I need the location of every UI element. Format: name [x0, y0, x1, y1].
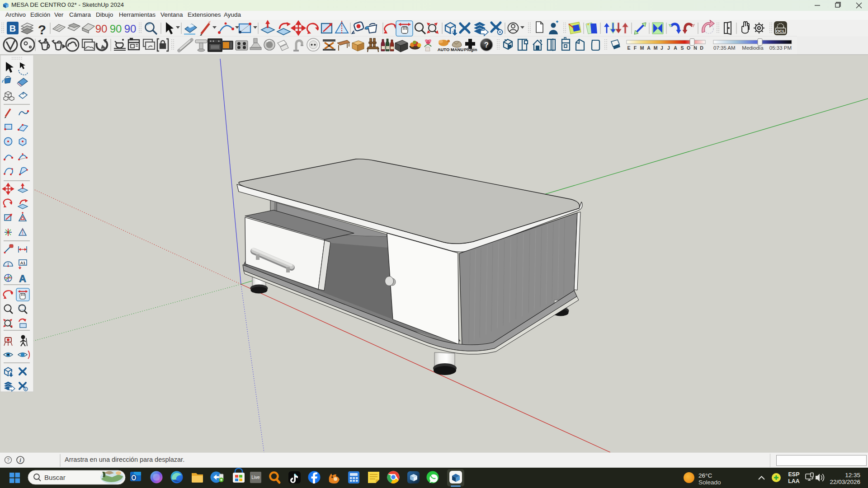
- svg-text:26°C: 26°C: [698, 472, 712, 479]
- svg-text:Soleado: Soleado: [698, 479, 721, 486]
- svg-text:05:33 PM: 05:33 PM: [769, 45, 792, 51]
- svg-text:OCL: OCL: [776, 28, 785, 33]
- svg-text:Live: Live: [251, 475, 260, 480]
- svg-text:A1: A1: [20, 261, 26, 265]
- svg-text:MANU: MANU: [451, 47, 464, 52]
- svg-text:Mediodía: Mediodía: [742, 45, 764, 51]
- svg-text:22/03/2026: 22/03/2026: [830, 479, 860, 485]
- svg-text:90: 90: [124, 23, 137, 35]
- svg-text:?: ?: [7, 458, 9, 463]
- svg-text:A: A: [647, 45, 651, 51]
- svg-text:M: M: [640, 45, 644, 51]
- svg-text:F: F: [634, 45, 637, 51]
- svg-text:A: A: [674, 45, 677, 51]
- svg-text:?: ?: [484, 41, 489, 49]
- svg-text:90: 90: [95, 23, 108, 35]
- svg-text:S: S: [680, 45, 684, 51]
- svg-text:Plugin: Plugin: [464, 47, 477, 52]
- svg-text:i: i: [19, 457, 21, 464]
- svg-text:LAA: LAA: [788, 478, 800, 484]
- svg-text:?: ?: [38, 22, 46, 37]
- svg-text:J: J: [667, 45, 670, 51]
- svg-text:ESP: ESP: [788, 471, 799, 478]
- svg-text:J: J: [660, 45, 663, 51]
- svg-text:B: B: [9, 23, 16, 33]
- svg-text:Buscar: Buscar: [44, 474, 66, 481]
- svg-text:N: N: [693, 45, 697, 51]
- svg-text:E: E: [627, 45, 630, 51]
- svg-text:M: M: [654, 45, 658, 51]
- svg-text:07:35 AM: 07:35 AM: [713, 45, 736, 51]
- svg-text:90: 90: [110, 23, 122, 35]
- svg-text:O: O: [687, 45, 690, 51]
- svg-text:12:35: 12:35: [845, 472, 860, 479]
- svg-text:AUTO: AUTO: [438, 47, 450, 52]
- svg-text:A: A: [19, 273, 26, 284]
- svg-text:D: D: [700, 45, 703, 51]
